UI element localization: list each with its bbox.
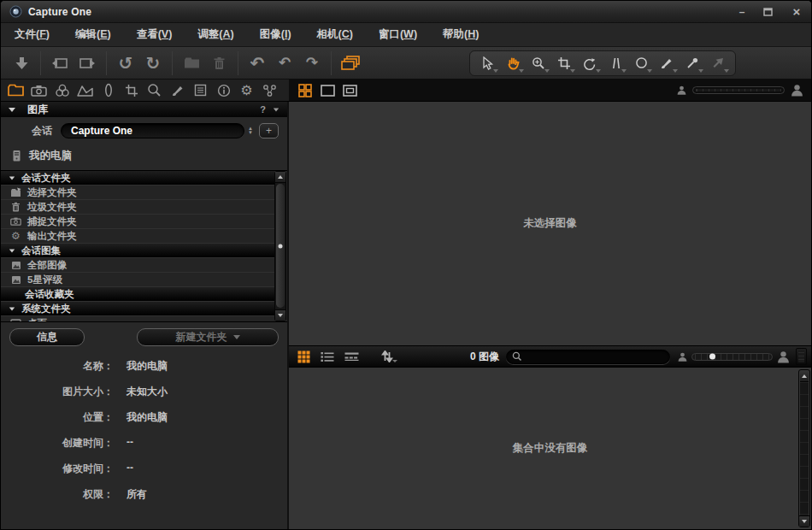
pan-tool[interactable] bbox=[500, 52, 526, 74]
info-button[interactable]: 信息 bbox=[9, 328, 85, 346]
brush-tool[interactable] bbox=[654, 52, 680, 74]
tree-section-session-folders[interactable]: 会话文件夹 bbox=[1, 171, 274, 186]
tree-item-five-star[interactable]: 5星评级 bbox=[1, 273, 274, 287]
tab-output[interactable] bbox=[258, 80, 281, 101]
scroll-down-icon[interactable] bbox=[275, 309, 285, 321]
session-label: 会话 bbox=[32, 124, 52, 138]
minimize-button[interactable]: – bbox=[736, 6, 748, 18]
tab-color[interactable] bbox=[50, 80, 74, 101]
menu-window[interactable]: 窗口(W) bbox=[379, 27, 417, 42]
copy-apply-button[interactable] bbox=[337, 50, 364, 76]
tree-item-all-images[interactable]: 全部图像 bbox=[1, 258, 274, 273]
tab-library[interactable] bbox=[4, 80, 27, 101]
thumbnail-size-slider[interactable] bbox=[691, 353, 773, 361]
tab-crop[interactable] bbox=[120, 80, 143, 101]
list-view-button[interactable] bbox=[317, 347, 338, 366]
section-collapse-icon[interactable] bbox=[9, 176, 15, 180]
info-row-name: 名称： 我的电脑 bbox=[1, 359, 287, 374]
library-panel: 图库 ? 会话 Capture One ▲ ▼ + 我的电脑 bbox=[1, 102, 289, 529]
session-dropdown[interactable]: Capture One bbox=[61, 123, 244, 138]
tree-scrollbar-thumb[interactable] bbox=[276, 184, 285, 308]
tab-lens[interactable] bbox=[97, 80, 120, 101]
library-panel-title: 图库 bbox=[27, 103, 48, 117]
browser-empty-message: 集合中没有图像 bbox=[513, 441, 588, 456]
proof-view-button[interactable] bbox=[338, 81, 361, 100]
new-folder-button[interactable]: 新建文件夹 bbox=[137, 328, 279, 346]
tab-capture[interactable] bbox=[27, 80, 50, 101]
tab-settings[interactable]: ⚙ bbox=[235, 80, 258, 101]
rotate-ccw-button[interactable]: ↺ bbox=[112, 50, 139, 76]
browser-scrollbar[interactable] bbox=[798, 369, 810, 527]
tree-item-capture-folder[interactable]: 捕捉文件夹 bbox=[1, 215, 274, 229]
section-collapse-icon[interactable] bbox=[9, 249, 15, 252]
filmstrip-view-button[interactable] bbox=[341, 347, 362, 366]
section-collapse-icon[interactable] bbox=[9, 307, 15, 310]
tree-section-session-favorites[interactable]: 会话收藏夹 bbox=[1, 287, 274, 302]
rotate-cw-button[interactable]: ↻ bbox=[139, 50, 167, 76]
redo-button[interactable]: ↷ bbox=[298, 50, 326, 76]
zoom-tool[interactable] bbox=[526, 52, 551, 74]
sort-caret-icon bbox=[392, 360, 397, 362]
tree-item-output-folder[interactable]: ⚙ 输出文件夹 bbox=[1, 229, 274, 244]
menu-file[interactable]: 文件(F) bbox=[15, 27, 50, 42]
add-session-button[interactable]: + bbox=[259, 123, 279, 138]
rotate-right-button[interactable] bbox=[74, 50, 101, 76]
scroll-up-icon[interactable] bbox=[275, 172, 285, 183]
trash-folder-icon bbox=[10, 202, 21, 213]
album-icon bbox=[10, 274, 21, 286]
tab-details[interactable] bbox=[143, 80, 166, 101]
multi-view-button[interactable] bbox=[294, 81, 316, 100]
eyedropper-tool[interactable] bbox=[680, 52, 705, 74]
tree-scrollbar[interactable] bbox=[274, 171, 286, 321]
menu-view[interactable]: 查看(V) bbox=[137, 27, 173, 42]
apply-arrow-tool[interactable] bbox=[705, 52, 731, 74]
tree-item-desktop[interactable]: 桌面 bbox=[1, 316, 274, 322]
maximize-button[interactable] bbox=[763, 8, 775, 16]
tab-info[interactable] bbox=[212, 80, 235, 101]
panel-menu-icon[interactable] bbox=[274, 108, 279, 111]
rotate-left-button[interactable] bbox=[46, 50, 74, 76]
menu-help[interactable]: 帮助(H) bbox=[443, 27, 479, 42]
close-button[interactable]: × bbox=[791, 4, 803, 19]
spot-tool[interactable] bbox=[628, 52, 654, 74]
cursor-tool-group bbox=[469, 50, 736, 76]
menu-adjust[interactable]: 调整(A) bbox=[197, 27, 233, 42]
undo-all-button[interactable]: ↶ bbox=[244, 50, 271, 76]
tab-exposure[interactable] bbox=[74, 80, 97, 101]
scroll-up-icon[interactable] bbox=[800, 371, 809, 382]
straighten-tool[interactable] bbox=[577, 52, 603, 74]
tree-item-selects-folder[interactable]: 选择文件夹 bbox=[1, 186, 274, 200]
selects-folder-icon bbox=[10, 187, 21, 198]
viewer-zoom-slider[interactable] bbox=[692, 86, 785, 94]
tree-item-trash-folder[interactable]: 垃圾文件夹 bbox=[1, 200, 274, 215]
search-input[interactable] bbox=[526, 351, 664, 362]
menu-image[interactable]: 图像(I) bbox=[260, 27, 291, 42]
main-toolbar: ↺ ↻ ↶ ↶ ↷ bbox=[1, 47, 811, 80]
menu-camera[interactable]: 相机(C) bbox=[317, 27, 353, 42]
delete-icon bbox=[205, 50, 232, 76]
import-button[interactable] bbox=[8, 50, 35, 76]
sort-button[interactable] bbox=[377, 347, 397, 366]
tab-adjustments[interactable] bbox=[166, 80, 189, 101]
person-small-icon bbox=[676, 85, 687, 96]
select-tool[interactable] bbox=[474, 52, 500, 74]
tree-section-system-folders[interactable]: 系统文件夹 bbox=[1, 302, 274, 316]
session-spinner[interactable]: ▲ ▼ bbox=[248, 127, 253, 135]
scroll-down-icon[interactable] bbox=[799, 515, 809, 527]
library-panel-header[interactable]: 图库 ? bbox=[1, 102, 287, 117]
undo-button[interactable]: ↶ bbox=[271, 50, 298, 76]
collapse-icon[interactable] bbox=[9, 108, 15, 112]
tree-section-session-albums[interactable]: 会话图集 bbox=[1, 244, 274, 258]
slider-thumb[interactable] bbox=[709, 354, 715, 360]
search-box[interactable] bbox=[506, 350, 670, 364]
computer-row[interactable]: 我的电脑 bbox=[1, 144, 287, 167]
menu-edit[interactable]: 编辑(E) bbox=[75, 27, 111, 42]
keystone-tool[interactable] bbox=[603, 52, 628, 74]
album-icon bbox=[10, 260, 21, 271]
info-row-image-size: 图片大小： 未知大小 bbox=[1, 385, 287, 399]
tab-metadata[interactable] bbox=[189, 80, 212, 101]
grid-view-button[interactable] bbox=[293, 347, 314, 366]
primary-view-button[interactable] bbox=[316, 81, 338, 100]
help-icon[interactable]: ? bbox=[260, 104, 266, 115]
crop-tool[interactable] bbox=[551, 52, 577, 74]
